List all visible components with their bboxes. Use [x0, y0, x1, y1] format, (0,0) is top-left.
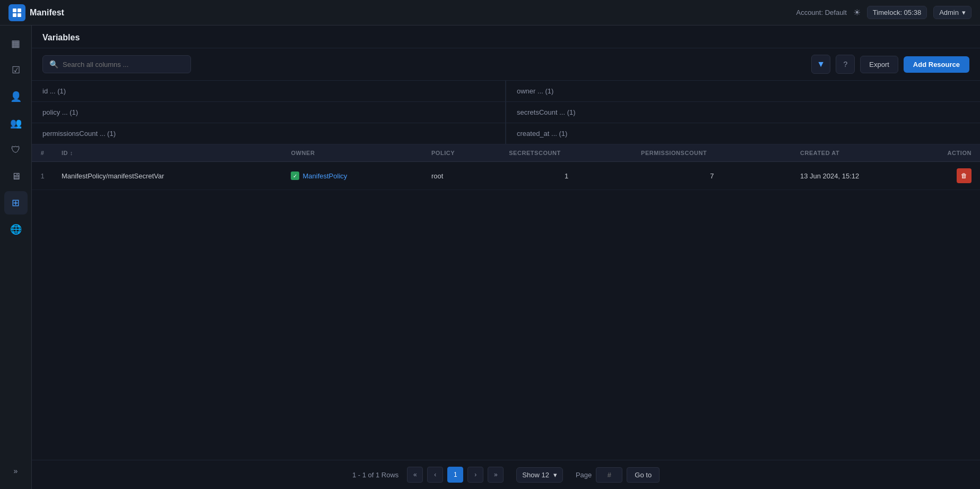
owner-link[interactable]: ✓ ManifestPolicy	[291, 171, 347, 180]
sidebar-item-tasks[interactable]: ☑	[4, 58, 28, 82]
sidebar-item-globe[interactable]: 🌐	[4, 218, 28, 241]
sidebar-item-users[interactable]: 👤	[4, 85, 28, 108]
chevron-down-icon: ▾	[553, 471, 557, 479]
admin-dropdown[interactable]: Admin ▾	[933, 6, 972, 19]
filter-tag-owner: owner ... (1)	[506, 81, 980, 101]
table-header-row: # ID ↕ OWNER POLICY SECRETSCOUNT PERMISS…	[32, 144, 980, 162]
logo-icon	[8, 4, 25, 21]
data-table: # ID ↕ OWNER POLICY SECRETSCOUNT PERMISS…	[32, 144, 980, 190]
col-action: ACTION	[938, 144, 980, 162]
help-button[interactable]: ?	[836, 55, 855, 74]
shield-icon: 🛡	[11, 144, 21, 156]
filter-icon: ▼	[817, 59, 825, 69]
toolbar: 🔍 ▼ ? Export Add Resource	[32, 48, 980, 81]
page-number-input[interactable]	[596, 467, 622, 483]
dashboard-icon: ▦	[11, 38, 20, 49]
filter-tag-policy: policy ... (1)	[32, 102, 506, 123]
sort-icon-id: ↕	[70, 150, 73, 156]
next-page-button[interactable]: ›	[467, 467, 483, 483]
filter-tag-secretscount: secretsCount ... (1)	[506, 102, 980, 123]
sidebar-item-layers[interactable]: ⊞	[4, 191, 28, 215]
groups-icon: 👥	[10, 117, 22, 129]
sidebar: ▦ ☑ 👤 👥 🛡 🖥 ⊞ 🌐 »	[0, 25, 32, 489]
goto-button[interactable]: Go to	[627, 467, 660, 483]
svg-rect-0	[13, 8, 16, 12]
user-icon: 👤	[10, 91, 22, 102]
globe-icon: 🌐	[10, 224, 22, 235]
add-resource-button[interactable]: Add Resource	[904, 56, 969, 73]
col-owner[interactable]: OWNER	[282, 144, 422, 162]
svg-rect-2	[13, 13, 16, 17]
svg-rect-1	[18, 8, 21, 12]
sidebar-item-groups[interactable]: 👥	[4, 111, 28, 135]
col-secretscount[interactable]: SECRETSCOUNT	[500, 144, 632, 162]
help-icon: ?	[843, 60, 847, 68]
topnav: Manifest Account: Default ☀ Timelock: 05…	[0, 0, 980, 25]
first-page-button[interactable]: «	[407, 467, 423, 483]
topnav-right: Account: Default ☀ Timelock: 05:38 Admin…	[796, 6, 972, 19]
policy-badge-icon: ✓	[291, 171, 299, 180]
collapse-icon: »	[14, 467, 18, 475]
col-permissionscount[interactable]: PERMISSIONSCOUNT	[632, 144, 792, 162]
sidebar-collapse-btn[interactable]: »	[4, 459, 28, 483]
search-box: 🔍	[42, 55, 191, 73]
svg-rect-3	[18, 13, 21, 17]
cell-created-at: 13 Jun 2024, 15:12	[792, 162, 938, 190]
col-id[interactable]: ID ↕	[53, 144, 282, 162]
filter-tag-created-at: created_at ... (1)	[506, 123, 980, 144]
sidebar-bottom: »	[4, 459, 28, 483]
content-area: Variables 🔍 ▼ ? Export Add Resource id .…	[32, 25, 980, 489]
logo: Manifest	[8, 4, 64, 21]
sidebar-item-policies[interactable]: 🛡	[4, 138, 28, 161]
prev-page-button[interactable]: ‹	[427, 467, 443, 483]
settings-icon[interactable]: ☀	[853, 7, 861, 18]
search-input[interactable]	[63, 61, 184, 68]
account-label: Account: Default	[796, 8, 846, 16]
col-num: #	[32, 144, 53, 162]
filter-tag-id: id ... (1)	[32, 81, 506, 101]
timelock-badge: Timelock: 05:38	[867, 6, 927, 19]
show-rows-select[interactable]: Show 12 ▾	[516, 467, 563, 483]
last-page-button[interactable]: »	[488, 467, 504, 483]
sidebar-item-dashboard[interactable]: ▦	[4, 32, 28, 55]
cell-num: 1	[32, 162, 53, 190]
table-wrapper: # ID ↕ OWNER POLICY SECRETSCOUNT PERMISS…	[32, 144, 980, 460]
pagination-info: 1 - 1 of 1 Rows	[352, 471, 398, 479]
main-layout: ▦ ☑ 👤 👥 🛡 🖥 ⊞ 🌐 » V	[0, 25, 980, 489]
cell-secretscount: 1	[500, 162, 632, 190]
page-header: Variables	[32, 25, 980, 48]
filter-button[interactable]: ▼	[811, 55, 830, 74]
table-row: 1 ManifestPolicy/manifestSecretVar ✓ Man…	[32, 162, 980, 190]
delete-button[interactable]: 🗑	[957, 168, 972, 183]
current-page-button[interactable]: 1	[447, 467, 463, 483]
cell-permissionscount: 7	[632, 162, 792, 190]
cell-owner: ✓ ManifestPolicy	[282, 162, 422, 190]
layers-icon: ⊞	[12, 197, 20, 209]
col-policy[interactable]: POLICY	[423, 144, 500, 162]
app-title: Manifest	[30, 8, 64, 18]
export-button[interactable]: Export	[860, 56, 898, 73]
cell-id: ManifestPolicy/manifestSecretVar	[53, 162, 282, 190]
search-icon: 🔍	[49, 60, 58, 68]
chevron-down-icon: ▾	[962, 8, 966, 16]
server-icon: 🖥	[11, 171, 21, 182]
page-title: Variables	[42, 33, 969, 42]
pagination: 1 - 1 of 1 Rows « ‹ 1 › » Show 12 ▾ Page…	[32, 460, 980, 489]
sidebar-item-server[interactable]: 🖥	[4, 165, 28, 188]
tasks-icon: ☑	[12, 64, 20, 76]
filter-tags: id ... (1) owner ... (1) policy ... (1) …	[32, 81, 980, 144]
cell-action: 🗑	[938, 162, 980, 190]
filter-tag-permissionscount: permissionsCount ... (1)	[32, 123, 506, 144]
cell-policy: root	[423, 162, 500, 190]
page-label: Page	[576, 471, 592, 479]
col-created-at[interactable]: CREATED AT	[792, 144, 938, 162]
